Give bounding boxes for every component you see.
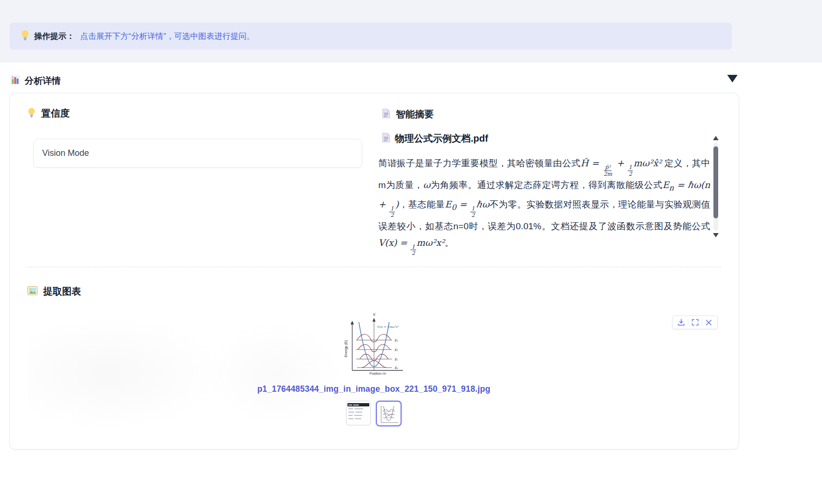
hint-bar: 操作提示： 点击展开下方“分析详情”，可选中图表进行提问。 bbox=[9, 23, 732, 50]
fullscreen-button[interactable] bbox=[688, 316, 702, 328]
filename-row: p1_1764485344_img_in_image_box_221_150_9… bbox=[9, 384, 738, 394]
summary-section-header: 智能摘要 bbox=[382, 108, 434, 121]
figure-formula-annotation: V(x) = ½mω²x² bbox=[377, 325, 399, 328]
level-label-e0: E₀ bbox=[394, 366, 398, 370]
confidence-mode-card: Vision Mode bbox=[33, 139, 362, 168]
summary-scrollbar[interactable] bbox=[712, 136, 720, 237]
download-icon bbox=[677, 319, 685, 326]
lightbulb-icon bbox=[27, 108, 36, 119]
figure-x-axis-label: Position (x) bbox=[369, 372, 386, 375]
bar-chart-icon bbox=[10, 75, 20, 87]
close-button[interactable] bbox=[702, 316, 715, 328]
collapse-triangle-icon[interactable] bbox=[727, 75, 738, 82]
analysis-panel-header[interactable]: 分析详情 bbox=[10, 73, 738, 89]
download-button[interactable] bbox=[675, 316, 688, 328]
confidence-section-header: 置信度 bbox=[27, 107, 70, 120]
lightbulb-icon bbox=[21, 30, 29, 43]
document-icon bbox=[382, 133, 390, 144]
hint-link[interactable]: 点击展开下方“分析详情”，可选中图表进行提问。 bbox=[80, 31, 255, 42]
picture-icon bbox=[27, 286, 37, 297]
thumbnail-oscillator-chart-selected[interactable] bbox=[376, 401, 402, 426]
mini-table-preview bbox=[347, 402, 369, 424]
summary-doc-title: 物理公式示例文档.pdf bbox=[395, 132, 488, 145]
chart-filename-link[interactable]: p1_1764485344_img_in_image_box_221_150_9… bbox=[257, 384, 491, 394]
confidence-mode-value: Vision Mode bbox=[42, 148, 89, 158]
level-label-e2: E₂ bbox=[394, 348, 398, 352]
hint-label: 操作提示： bbox=[34, 31, 74, 42]
chart-thumbnails bbox=[9, 401, 738, 426]
summary-doc-row: 物理公式示例文档.pdf bbox=[382, 132, 488, 145]
summary-title: 智能摘要 bbox=[396, 108, 434, 121]
section-divider bbox=[26, 267, 722, 267]
chart-actions-toolbar bbox=[672, 315, 718, 329]
scrollbar-thumb[interactable] bbox=[713, 146, 718, 218]
scroll-up-icon[interactable] bbox=[713, 136, 719, 140]
close-icon bbox=[705, 319, 712, 326]
mini-chart-preview bbox=[378, 403, 400, 424]
summary-paragraph: 简谐振子是量子力学重要模型，其哈密顿量由公式Ĥ = p̂²2m + 12mω²x… bbox=[378, 155, 710, 256]
confidence-title: 置信度 bbox=[41, 107, 70, 120]
figure-y-axis-label: Energy (E) bbox=[344, 340, 348, 357]
document-icon bbox=[382, 108, 390, 120]
fullscreen-icon bbox=[692, 319, 699, 326]
figure-v-axis-label: V bbox=[373, 313, 376, 317]
level-label-e1: E₁ bbox=[394, 358, 398, 361]
extracted-section-header: 提取图表 bbox=[27, 285, 81, 298]
panel-title: 分析详情 bbox=[25, 75, 61, 87]
thumbnail-table[interactable] bbox=[346, 401, 371, 425]
scroll-down-icon[interactable] bbox=[713, 233, 719, 237]
extracted-chart-image[interactable]: V Energy (E) Position (x) V(x) = ½mω²x² … bbox=[343, 311, 406, 375]
level-label-e3: E₃ bbox=[394, 339, 398, 342]
extracted-title: 提取图表 bbox=[43, 285, 81, 298]
